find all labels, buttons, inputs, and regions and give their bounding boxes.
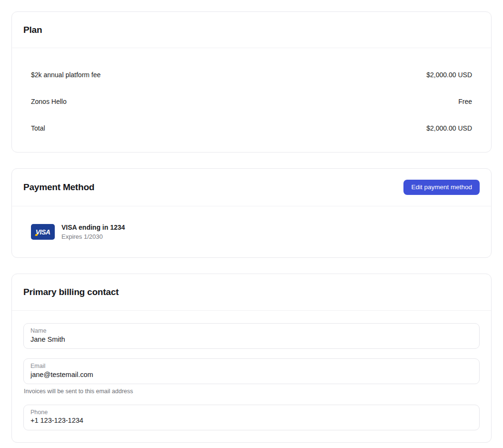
- payment-card-expiry: Expires 1/2030: [61, 233, 125, 240]
- billing-contact-card-body: Name Email Invoices will be sent to this…: [12, 311, 491, 442]
- name-field-group: Name: [23, 323, 480, 349]
- email-field-label: Email: [30, 363, 473, 370]
- payment-method-card-body: VISA VISA ending in 1234 Expires 1/2030: [12, 206, 491, 257]
- edit-payment-method-button[interactable]: Edit payment method: [403, 180, 480, 195]
- phone-field[interactable]: Phone: [23, 405, 480, 430]
- payment-method-card-title: Payment Method: [23, 182, 94, 193]
- plan-line-item-value: Free: [458, 98, 472, 105]
- plan-line-item: Zonos Hello Free: [31, 88, 472, 115]
- billing-settings-page: Plan $2k annual platform fee $2,000.00 U…: [0, 0, 503, 448]
- primary-billing-contact-card: Primary billing contact Name Email Invoi…: [11, 274, 492, 443]
- plan-line-item-label: $2k annual platform fee: [31, 71, 101, 79]
- plan-total-value: $2,000.00 USD: [426, 124, 472, 132]
- phone-field-label: Phone: [30, 409, 473, 416]
- payment-card-number: VISA ending in 1234: [61, 224, 125, 231]
- email-field-group: Email Invoices will be sent to this emai…: [23, 358, 480, 395]
- plan-line-item-value: $2,000.00 USD: [426, 71, 472, 79]
- visa-card-brand-icon: VISA: [31, 224, 55, 240]
- email-helper-text: Invoices will be sent to this email addr…: [24, 388, 480, 395]
- billing-contact-card-title: Primary billing contact: [23, 287, 119, 297]
- email-field[interactable]: Email: [23, 358, 480, 384]
- billing-contact-card-header: Primary billing contact: [12, 274, 491, 311]
- plan-card-header: Plan: [12, 12, 491, 48]
- plan-total-row: Total $2,000.00 USD: [31, 115, 472, 142]
- phone-field-group: Phone: [23, 405, 480, 430]
- name-field-label: Name: [30, 328, 473, 335]
- plan-line-item: $2k annual platform fee $2,000.00 USD: [31, 61, 472, 88]
- payment-method-card: Payment Method Edit payment method VISA …: [11, 168, 492, 258]
- plan-line-item-label: Zonos Hello: [31, 98, 67, 105]
- plan-card: Plan $2k annual platform fee $2,000.00 U…: [11, 11, 492, 153]
- payment-method-card-header: Payment Method Edit payment method: [12, 169, 491, 206]
- plan-total-label: Total: [31, 124, 45, 132]
- plan-card-title: Plan: [23, 25, 42, 35]
- payment-card-details: VISA ending in 1234 Expires 1/2030: [61, 224, 125, 240]
- email-input[interactable]: [30, 371, 473, 379]
- plan-card-body: $2k annual platform fee $2,000.00 USD Zo…: [12, 48, 491, 152]
- name-input[interactable]: [30, 336, 473, 344]
- name-field[interactable]: Name: [23, 323, 480, 349]
- phone-input[interactable]: [30, 417, 473, 425]
